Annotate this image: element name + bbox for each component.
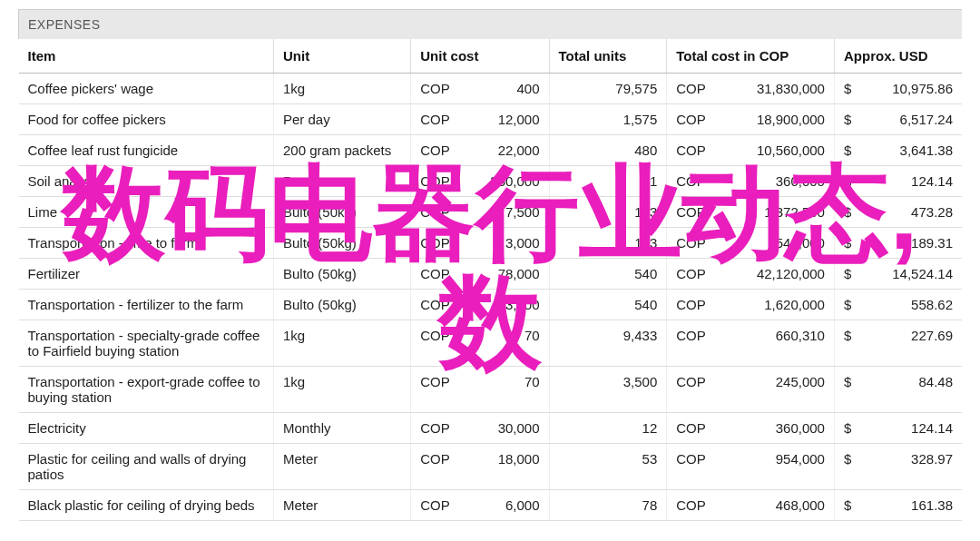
cell-unitcost-currency: COP [411, 135, 461, 166]
cell-totalcop-currency: COP [667, 413, 717, 444]
cell-unitcost-currency: COP [411, 290, 461, 320]
cell-item: Plastic for ceiling and walls of drying … [19, 444, 274, 490]
cell-unitcost-currency: COP [411, 104, 461, 135]
cell-totalcop-currency: COP [667, 444, 717, 490]
table-row: Food for coffee pickers Per day COP 12,0… [19, 104, 963, 135]
cell-unit: 1kg [273, 74, 410, 104]
cell-unit: 1kg [273, 320, 410, 367]
cell-unit: Monthly [273, 413, 410, 444]
cell-totalunits: 79,575 [549, 74, 667, 104]
cell-totalcop-currency: COP [667, 228, 717, 259]
cell-totalcop-currency: COP [667, 166, 717, 197]
cell-unitcost-value: 6,000 [461, 490, 549, 521]
cell-totalunits: 78 [549, 490, 667, 521]
cell-usd-value: 6,517.24 [864, 104, 962, 135]
cell-item: Transportation - fertilizer to the farm [19, 290, 274, 320]
cell-unitcost-currency: COP [411, 228, 461, 259]
cell-item: Electricity [19, 413, 274, 444]
cell-unit: 200 gram packets [273, 135, 410, 166]
table-row: Transportation - lime to farm Bulto (50k… [19, 228, 963, 259]
cell-totalcop-value: 549,000 [717, 228, 835, 259]
cell-item: Coffee leaf rust fungicide [19, 135, 274, 166]
expenses-table: EXPENSES Item Unit Unit cost Total units… [18, 9, 962, 521]
cell-usd-value: 124.14 [864, 166, 962, 197]
cell-totalunits: 3,500 [549, 367, 667, 413]
cell-unitcost-currency: COP [411, 259, 461, 290]
cell-usd-currency: $ [834, 166, 863, 197]
cell-usd-currency: $ [834, 367, 863, 413]
header-usd: Approx. USD [834, 39, 962, 74]
table-title-row: EXPENSES [19, 10, 963, 40]
cell-unit: 1kg [273, 367, 410, 413]
cell-usd-value: 161.38 [864, 490, 962, 521]
cell-usd-value: 84.48 [864, 367, 962, 413]
table-row: Coffee leaf rust fungicide 200 gram pack… [19, 135, 963, 166]
cell-unit: Per year [273, 166, 410, 197]
cell-totalunits: 12 [549, 413, 667, 444]
expenses-table-container: EXPENSES Item Unit Unit cost Total units… [0, 0, 980, 530]
cell-usd-currency: $ [834, 490, 863, 521]
cell-totalcop-value: 18,900,000 [717, 104, 835, 135]
cell-usd-value: 558.62 [864, 290, 962, 320]
cell-item: Soil analysis [19, 166, 274, 197]
cell-totalunits: 1 [549, 166, 667, 197]
cell-unitcost-currency: COP [411, 490, 461, 521]
cell-unitcost-value: 360,000 [461, 166, 549, 197]
header-totalunits: Total units [549, 39, 667, 74]
cell-unitcost-value: 3,000 [461, 228, 549, 259]
table-row: Transportation - fertilizer to the farm … [19, 290, 963, 320]
cell-totalcop-value: 468,000 [717, 490, 835, 521]
cell-unitcost-currency: COP [411, 74, 461, 104]
table-row: Coffee pickers' wage 1kg COP 400 79,575 … [19, 74, 963, 104]
cell-unitcost-currency: COP [411, 166, 461, 197]
cell-unit: Meter [273, 444, 410, 490]
cell-totalunits: 480 [549, 135, 667, 166]
header-totalcop: Total cost in COP [667, 39, 835, 74]
cell-usd-currency: $ [834, 259, 863, 290]
cell-unitcost-value: 3,000 [461, 290, 549, 320]
cell-unit: Bulto (50kg) [273, 290, 410, 320]
cell-item: Lime [19, 197, 274, 228]
table-header-row: Item Unit Unit cost Total units Total co… [19, 39, 963, 74]
header-unit: Unit [273, 39, 410, 74]
cell-totalcop-currency: COP [667, 135, 717, 166]
cell-usd-currency: $ [834, 413, 863, 444]
table-title: EXPENSES [19, 10, 963, 40]
cell-item: Food for coffee pickers [19, 104, 274, 135]
cell-unit: Bulto (50kg) [273, 197, 410, 228]
cell-totalcop-value: 954,000 [717, 444, 835, 490]
cell-totalcop-value: 1,372,500 [717, 197, 835, 228]
cell-totalcop-value: 660,310 [717, 320, 835, 367]
cell-unitcost-value: 18,000 [461, 444, 549, 490]
cell-unitcost-currency: COP [411, 197, 461, 228]
cell-totalcop-currency: COP [667, 490, 717, 521]
cell-usd-currency: $ [834, 228, 863, 259]
cell-item: Black plastic for ceiling of drying beds [19, 490, 274, 521]
cell-totalcop-value: 245,000 [717, 367, 835, 413]
cell-usd-value: 473.28 [864, 197, 962, 228]
cell-unit: Meter [273, 490, 410, 521]
table-row: Fertilizer Bulto (50kg) COP 78,000 540 C… [19, 259, 963, 290]
cell-unitcost-value: 400 [461, 74, 549, 104]
cell-unitcost-currency: COP [411, 320, 461, 367]
table-row: Electricity Monthly COP 30,000 12 COP 36… [19, 413, 963, 444]
cell-totalunits: 1,575 [549, 104, 667, 135]
cell-item: Coffee pickers' wage [19, 74, 274, 104]
cell-usd-currency: $ [834, 290, 863, 320]
cell-unitcost-currency: COP [411, 444, 461, 490]
cell-item: Transportation - specialty-grade coffee … [19, 320, 274, 367]
cell-totalunits: 9,433 [549, 320, 667, 367]
cell-unitcost-value: 7,500 [461, 197, 549, 228]
table-row: Soil analysis Per year COP 360,000 1 COP… [19, 166, 963, 197]
cell-totalcop-currency: COP [667, 320, 717, 367]
cell-usd-currency: $ [834, 74, 863, 104]
cell-unit: Bulto (50kg) [273, 228, 410, 259]
table-row: Transportation - export-grade coffee to … [19, 367, 963, 413]
cell-totalunits: 183 [549, 197, 667, 228]
cell-usd-currency: $ [834, 197, 863, 228]
cell-usd-currency: $ [834, 320, 863, 367]
cell-totalunits: 53 [549, 444, 667, 490]
cell-unitcost-currency: COP [411, 413, 461, 444]
cell-unitcost-value: 70 [461, 320, 549, 367]
cell-unitcost-value: 22,000 [461, 135, 549, 166]
